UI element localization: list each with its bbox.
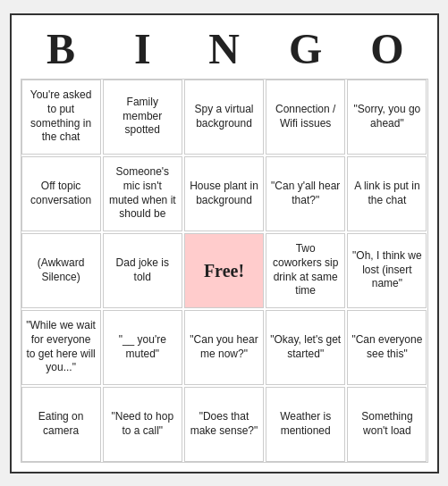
bingo-cell-1[interactable]: Family member spotted: [103, 80, 182, 155]
bingo-cell-15[interactable]: "While we wait for everyone to get here …: [21, 310, 101, 385]
bingo-cell-24[interactable]: Something won't load: [347, 387, 427, 462]
bingo-cell-5[interactable]: Off topic conversation: [21, 156, 101, 231]
bingo-cell-13[interactable]: Two coworkers sip drink at same time: [266, 233, 345, 308]
bingo-grid: You're asked to put something in the cha…: [21, 79, 428, 463]
bingo-cell-0[interactable]: You're asked to put something in the cha…: [21, 80, 101, 155]
bingo-cell-22[interactable]: "Does that make sense?": [184, 387, 264, 462]
bingo-cell-11[interactable]: Dad joke is told: [103, 233, 182, 308]
bingo-cell-9[interactable]: A link is put in the chat: [347, 156, 427, 231]
title-n: N: [184, 24, 263, 73]
bingo-cell-21[interactable]: "Need to hop to a call": [103, 387, 182, 462]
bingo-cell-20[interactable]: Eating on camera: [21, 387, 101, 462]
title-b: B: [21, 24, 100, 73]
title-i: I: [103, 24, 182, 73]
bingo-cell-8[interactable]: "Can y'all hear that?": [266, 156, 345, 231]
bingo-cell-10[interactable]: (Awkward Silence): [21, 233, 101, 308]
bingo-cell-4[interactable]: "Sorry, you go ahead": [347, 80, 427, 155]
bingo-cell-17[interactable]: "Can you hear me now?": [184, 310, 264, 385]
title-o: O: [348, 24, 427, 73]
bingo-card: B I N G O You're asked to put something …: [10, 13, 439, 473]
bingo-title: B I N G O: [21, 24, 428, 73]
bingo-cell-2[interactable]: Spy a virtual background: [184, 80, 264, 155]
bingo-cell-14[interactable]: "Oh, I think we lost (insert name": [347, 233, 427, 308]
bingo-cell-6[interactable]: Someone's mic isn't muted when it should…: [103, 156, 182, 231]
title-g: G: [266, 24, 345, 73]
bingo-cell-3[interactable]: Connection / Wifi issues: [266, 80, 345, 155]
bingo-cell-23[interactable]: Weather is mentioned: [266, 387, 345, 462]
bingo-cell-12[interactable]: Free!: [184, 233, 264, 308]
bingo-cell-19[interactable]: "Can everyone see this": [347, 310, 427, 385]
bingo-cell-7[interactable]: House plant in background: [184, 156, 264, 231]
bingo-cell-18[interactable]: "Okay, let's get started": [266, 310, 345, 385]
bingo-cell-16[interactable]: "__ you're muted": [103, 310, 182, 385]
